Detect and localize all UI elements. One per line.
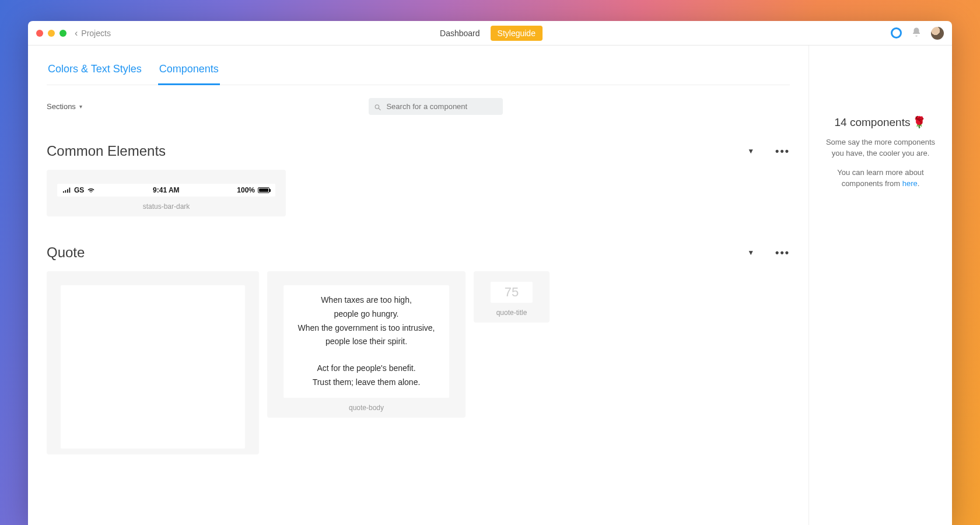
window-controls bbox=[36, 30, 66, 37]
section-more-icon[interactable]: ••• bbox=[775, 145, 790, 158]
info-side-panel: 14 components 🌹 Some say the more compon… bbox=[808, 46, 952, 525]
section-more-icon[interactable]: ••• bbox=[775, 247, 790, 259]
collapse-section-icon[interactable]: ▼ bbox=[747, 147, 754, 155]
main-content: Colors & Text Styles Components Sections… bbox=[28, 46, 808, 525]
tab-styleguide[interactable]: Styleguide bbox=[491, 26, 542, 41]
maximize-window-button[interactable] bbox=[60, 30, 66, 37]
search-input[interactable] bbox=[369, 98, 503, 115]
component-search bbox=[369, 98, 503, 115]
battery-percent: 100% bbox=[237, 186, 255, 194]
info-paragraph-2: You can learn more about components from… bbox=[820, 167, 942, 190]
section-quote: Quote ▼ ••• When taxes are too high, peo… bbox=[47, 244, 790, 454]
components-count-heading: 14 components 🌹 bbox=[820, 116, 942, 129]
view-switch: Dashboard Styleguide bbox=[438, 25, 542, 41]
minimize-window-button[interactable] bbox=[48, 30, 55, 37]
quote-title-number: 75 bbox=[505, 285, 519, 300]
quote-body-paragraph-2: Act for the people's benefit. Trust them… bbox=[313, 362, 421, 390]
back-label: Projects bbox=[81, 29, 111, 38]
sections-dropdown-label: Sections bbox=[47, 102, 76, 111]
status-bar-preview: GS 9:41 AM 100% bbox=[57, 184, 275, 197]
titlebar: ‹ Projects Dashboard Styleguide bbox=[28, 21, 952, 46]
titlebar-right bbox=[891, 27, 944, 40]
close-window-button[interactable] bbox=[36, 30, 43, 37]
chevron-left-icon: ‹ bbox=[75, 29, 78, 38]
svg-rect-4 bbox=[67, 189, 68, 192]
component-card-quote-title[interactable]: 75 quote-title bbox=[474, 271, 550, 323]
section-title: Quote bbox=[47, 244, 85, 261]
carrier-label: GS bbox=[74, 186, 84, 194]
subnav-components[interactable]: Components bbox=[158, 58, 220, 85]
back-to-projects[interactable]: ‹ Projects bbox=[75, 29, 111, 38]
cellular-signal-icon bbox=[63, 187, 71, 193]
component-label: quote-body bbox=[349, 404, 384, 412]
quote-blank-preview bbox=[61, 285, 245, 449]
search-icon bbox=[374, 103, 382, 110]
svg-point-0 bbox=[376, 104, 380, 108]
subnav-colors-text[interactable]: Colors & Text Styles bbox=[47, 58, 143, 85]
component-card-quote-blank[interactable] bbox=[47, 271, 259, 454]
chevron-down-icon: ▾ bbox=[79, 103, 82, 110]
quote-title-preview: 75 bbox=[491, 282, 533, 303]
quote-body-paragraph-1: When taxes are too high, people go hungr… bbox=[298, 293, 435, 349]
collapse-section-icon[interactable]: ▼ bbox=[747, 249, 754, 257]
component-card-status-bar-dark[interactable]: GS 9:41 AM 100% bbox=[47, 170, 286, 216]
rose-emoji-icon: 🌹 bbox=[912, 116, 926, 129]
section-title: Common Elements bbox=[47, 143, 166, 159]
battery-icon bbox=[258, 187, 270, 193]
wifi-icon bbox=[87, 187, 95, 193]
notifications-icon[interactable] bbox=[911, 27, 922, 40]
svg-rect-3 bbox=[65, 190, 66, 192]
quote-body-preview: When taxes are too high, people go hungr… bbox=[284, 285, 449, 398]
component-label: quote-title bbox=[496, 309, 527, 317]
learn-more-link[interactable]: here bbox=[902, 179, 918, 188]
info-paragraph-1: Some say the more components you have, t… bbox=[820, 137, 942, 159]
app-window: ‹ Projects Dashboard Styleguide Colors &… bbox=[28, 21, 952, 525]
section-common-elements: Common Elements ▼ ••• GS bbox=[47, 143, 790, 216]
svg-rect-2 bbox=[63, 191, 64, 193]
svg-line-1 bbox=[379, 108, 381, 110]
component-label: status-bar-dark bbox=[143, 202, 190, 211]
sections-dropdown[interactable]: Sections ▾ bbox=[47, 102, 82, 111]
filter-row: Sections ▾ bbox=[47, 98, 790, 115]
activity-ring-icon[interactable] bbox=[891, 27, 902, 38]
tab-dashboard[interactable]: Dashboard bbox=[438, 25, 482, 41]
status-bar-time: 9:41 AM bbox=[153, 186, 180, 194]
styleguide-subnav: Colors & Text Styles Components bbox=[47, 58, 790, 85]
component-card-quote-body[interactable]: When taxes are too high, people go hungr… bbox=[267, 271, 466, 418]
user-avatar[interactable] bbox=[931, 27, 944, 40]
svg-rect-5 bbox=[69, 188, 71, 193]
